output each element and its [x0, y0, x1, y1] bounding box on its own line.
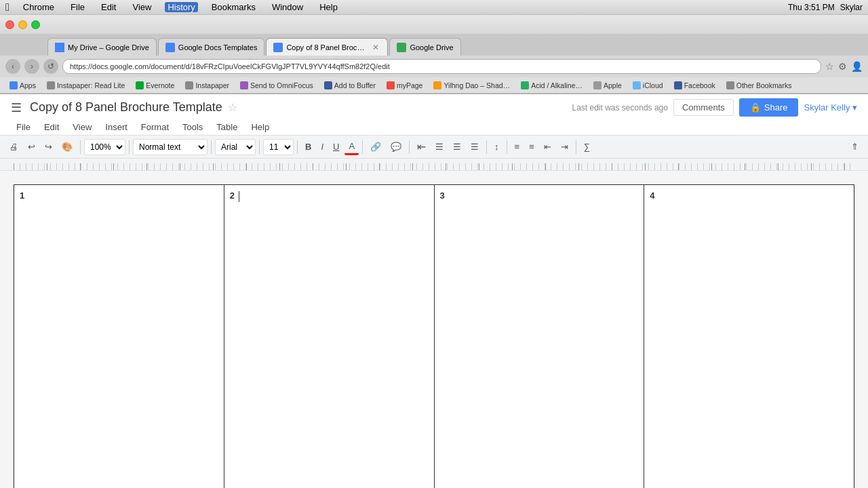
- docs-menu-edit[interactable]: Edit: [39, 121, 64, 134]
- bookmark-evernote[interactable]: Evernote: [132, 79, 178, 92]
- tab-favicon-2: [165, 43, 175, 52]
- bookmark-instapaper-read[interactable]: Instapaper: Read Lite: [43, 79, 129, 92]
- bookmark-favicon-other: [726, 81, 734, 89]
- cell-number-3: 3: [440, 190, 445, 201]
- refresh-button[interactable]: ↺: [43, 59, 58, 74]
- bold-button[interactable]: B: [301, 140, 315, 154]
- link-button[interactable]: 🔗: [366, 140, 385, 154]
- docs-menu-icon[interactable]: ☰: [11, 100, 22, 115]
- apple-menu[interactable]: : [5, 1, 9, 14]
- formula-button[interactable]: ∑: [580, 140, 594, 154]
- align-justify-button[interactable]: ☰: [467, 140, 483, 154]
- doc-cell-4[interactable]: 4: [644, 185, 854, 489]
- docs-menu-view[interactable]: View: [67, 121, 97, 134]
- comment-button[interactable]: 💬: [387, 140, 406, 154]
- bookmark-apple[interactable]: Apple: [589, 79, 626, 92]
- maximize-window-button[interactable]: [31, 20, 40, 29]
- forward-button[interactable]: ›: [24, 59, 39, 74]
- tab-title-2: Google Docs Templates: [178, 43, 258, 52]
- mac-menu-window[interactable]: Window: [269, 2, 306, 12]
- bullet-list-button[interactable]: ≡: [511, 140, 524, 154]
- bookmark-facebook[interactable]: Facebook: [670, 79, 719, 92]
- mac-menu-bookmarks[interactable]: Bookmarks: [209, 2, 258, 12]
- bookmark-buffer[interactable]: Add to Buffer: [320, 79, 380, 92]
- bookmark-label-omnifocus: Send to OmniFocus: [250, 81, 313, 89]
- tab-favicon-1: [55, 43, 64, 52]
- docs-content[interactable]: 1 2 3 4: [0, 171, 868, 488]
- indent-increase-button[interactable]: ⇥: [557, 140, 572, 154]
- mac-menu-view[interactable]: View: [130, 2, 154, 12]
- bookmark-mypage[interactable]: myPage: [382, 79, 427, 92]
- bookmark-other[interactable]: Other Bookmarks: [722, 79, 796, 92]
- comments-button[interactable]: Comments: [673, 99, 734, 116]
- bookmark-label-instapaper: Instapaper: [195, 81, 229, 89]
- back-button[interactable]: ‹: [5, 59, 20, 74]
- print-button[interactable]: 🖨: [5, 140, 22, 154]
- indent-decrease-button[interactable]: ⇤: [540, 140, 555, 154]
- redo-button[interactable]: ↪: [41, 140, 56, 154]
- underline-button[interactable]: U: [329, 140, 343, 154]
- zoom-select[interactable]: 100%: [84, 139, 125, 155]
- bookmark-label-other: Other Bookmarks: [736, 81, 792, 89]
- tab-brochure[interactable]: Copy of 8 Panel Brochure ✕: [266, 38, 388, 56]
- paragraph-style-select[interactable]: Normal text: [133, 139, 208, 155]
- toolbar-collapse-button[interactable]: ⇑: [847, 140, 863, 154]
- mac-menu-edit[interactable]: Edit: [98, 2, 119, 12]
- align-right-button[interactable]: ☰: [449, 140, 465, 154]
- docs-star-icon[interactable]: ☆: [228, 101, 237, 114]
- docs-menu-file[interactable]: File: [11, 121, 36, 134]
- mac-menu-chrome[interactable]: Chrome: [20, 2, 57, 12]
- bookmark-star-icon[interactable]: ☆: [825, 61, 834, 72]
- mac-menu-history[interactable]: History: [165, 2, 197, 12]
- italic-button[interactable]: I: [317, 140, 328, 154]
- user-name[interactable]: Skylar Kelly ▾: [804, 102, 857, 113]
- bookmark-yilhng[interactable]: Yilhng Dao – Shad…: [429, 79, 514, 92]
- mac-menu-file[interactable]: File: [68, 2, 87, 12]
- doc-cell-1[interactable]: 1: [14, 185, 224, 489]
- docs-menu-format[interactable]: Format: [136, 121, 174, 134]
- tab-gdocs-templates[interactable]: Google Docs Templates: [158, 38, 265, 56]
- doc-cell-2[interactable]: 2: [224, 185, 434, 489]
- toolbar-sep-10: [576, 140, 576, 154]
- mac-user: Skylar: [840, 3, 863, 12]
- avatar-icon[interactable]: 👤: [851, 61, 863, 72]
- docs-menu-tools[interactable]: Tools: [177, 121, 208, 134]
- bookmark-favicon-apps: [9, 81, 18, 89]
- extension-icon[interactable]: ⚙: [838, 61, 847, 72]
- doc-cell-3[interactable]: 3: [434, 185, 644, 489]
- mac-menu-help[interactable]: Help: [317, 2, 340, 12]
- bookmark-apps[interactable]: Apps: [5, 79, 40, 92]
- address-input[interactable]: [62, 59, 821, 74]
- bookmark-omnifocus[interactable]: Send to OmniFocus: [236, 79, 317, 92]
- undo-button[interactable]: ↩: [24, 140, 39, 154]
- docs-menu-help[interactable]: Help: [245, 121, 275, 134]
- align-left-button[interactable]: ⇤: [413, 138, 430, 155]
- tab-google-drive[interactable]: Google Drive: [389, 38, 460, 56]
- tab-my-drive[interactable]: My Drive – Google Drive: [47, 38, 157, 56]
- docs-menu-insert[interactable]: Insert: [100, 121, 133, 134]
- bookmark-favicon-omnifocus: [240, 81, 248, 89]
- docs-toolbar: 🖨 ↩ ↪ 🎨 100% Normal text Arial 11 B I U …: [0, 136, 868, 159]
- minimize-window-button[interactable]: [18, 20, 27, 29]
- line-spacing-button[interactable]: ↕: [490, 140, 503, 154]
- close-window-button[interactable]: [5, 20, 14, 29]
- bookmark-instapaper[interactable]: Instapaper: [181, 79, 233, 92]
- bookmark-favicon-instapaper: [185, 81, 193, 89]
- docs-header: ☰ Copy of 8 Panel Brochure Template ☆ La…: [0, 94, 868, 136]
- bookmark-acid[interactable]: Acid / Alkaline…: [517, 79, 587, 92]
- ruler-marks: [14, 163, 854, 170]
- paint-format-button[interactable]: 🎨: [58, 140, 77, 154]
- tab-close-button-3[interactable]: ✕: [371, 43, 380, 52]
- bookmark-label-apps: Apps: [20, 81, 36, 89]
- toolbar-sep-5: [297, 140, 298, 154]
- mac-time: Thu 3:51 PM: [788, 3, 835, 12]
- text-color-button[interactable]: A: [344, 139, 359, 155]
- bookmark-icloud[interactable]: iCloud: [629, 79, 667, 92]
- align-center-button[interactable]: ☰: [431, 140, 448, 154]
- docs-menu-table[interactable]: Table: [211, 121, 243, 134]
- share-button[interactable]: 🔒 Share: [739, 98, 799, 117]
- font-size-select[interactable]: 11: [263, 139, 294, 155]
- numbered-list-button[interactable]: ≡: [525, 140, 538, 154]
- ruler-inner: [14, 159, 854, 170]
- font-select[interactable]: Arial: [215, 139, 256, 155]
